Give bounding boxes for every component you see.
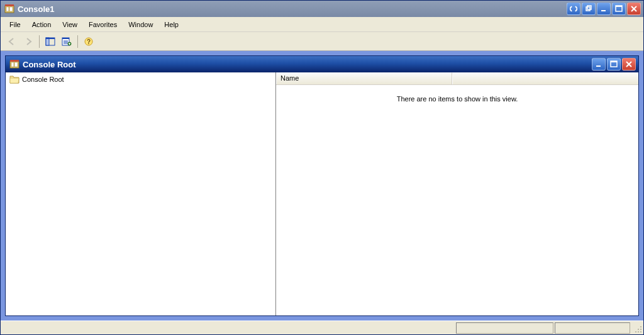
console-tree-panel[interactable]: Console Root [6,72,276,315]
resize-grip[interactable] [631,322,642,333]
svg-rect-3 [5,4,14,6]
svg-rect-26 [611,61,617,62]
menu-action[interactable]: Action [27,19,57,30]
svg-rect-8 [616,6,622,7]
child-close-button[interactable] [622,58,636,71]
folder-icon [9,75,19,84]
child-title-text: Console Root [23,60,76,69]
toolbar-separator-2 [77,35,78,48]
child-titlebar[interactable]: Console Root [6,56,638,72]
help-button[interactable]: ? [81,34,96,49]
svg-rect-11 [46,38,55,39]
show-hide-console-tree-button[interactable] [43,34,58,49]
column-header-name[interactable]: Name [276,72,452,84]
svg-rect-22 [14,62,18,67]
restore-button-1[interactable] [582,3,596,15]
status-cell-1 [456,322,553,334]
svg-point-30 [635,331,636,332]
mdi-client-area: Console Root [1,51,643,321]
svg-point-31 [638,331,639,332]
tree-item-label: Console Root [22,76,64,83]
menu-help[interactable]: Help [159,19,184,30]
svg-rect-1 [6,7,9,11]
left-right-button[interactable] [567,3,580,15]
svg-rect-2 [9,7,13,11]
menu-bar: File Action View Favorites Window Help [1,17,643,32]
maximize-button[interactable] [612,3,626,15]
svg-rect-23 [10,60,19,62]
close-button[interactable] [627,3,641,15]
empty-message: There are no items to show in this view. [397,95,518,315]
back-button[interactable] [4,34,19,49]
svg-text:?: ? [87,38,91,45]
svg-rect-21 [11,62,14,67]
list-panel: Name There are no items to show in this … [276,72,638,315]
svg-rect-5 [587,6,591,9]
svg-rect-6 [601,10,606,11]
menu-window[interactable]: Window [123,19,158,30]
svg-rect-4 [586,7,590,11]
status-cell-2 [555,322,630,334]
child-window: Console Root [5,55,639,316]
mmc-icon [9,59,19,69]
svg-rect-24 [596,65,601,67]
main-title-text: Console1 [18,4,55,14]
child-body: Console Root Name There are no items to … [6,72,638,315]
forward-button[interactable] [21,34,36,49]
main-window: Console1 File Action View Favorites Wind [0,0,644,335]
mmc-icon [4,4,14,14]
minimize-button[interactable] [597,3,611,15]
menu-view[interactable]: View [57,19,82,30]
child-maximize-button[interactable] [607,58,621,71]
properties-button[interactable] [59,34,74,49]
list-header: Name [276,72,638,85]
list-body[interactable]: There are no items to show in this view. [276,85,638,315]
toolbar: ? [1,32,643,51]
main-titlebar[interactable]: Console1 [1,1,643,17]
child-minimize-button[interactable] [592,58,606,71]
status-bar [1,321,643,334]
svg-point-32 [640,331,641,332]
svg-rect-13 [62,38,69,39]
svg-point-28 [638,329,639,330]
tree-item-console-root[interactable]: Console Root [8,74,273,84]
toolbar-separator [39,35,40,48]
svg-point-27 [640,326,641,327]
menu-file[interactable]: File [4,19,26,30]
menu-favorites[interactable]: Favorites [84,19,122,30]
svg-point-29 [640,329,641,330]
column-header-spacer[interactable] [452,72,638,84]
